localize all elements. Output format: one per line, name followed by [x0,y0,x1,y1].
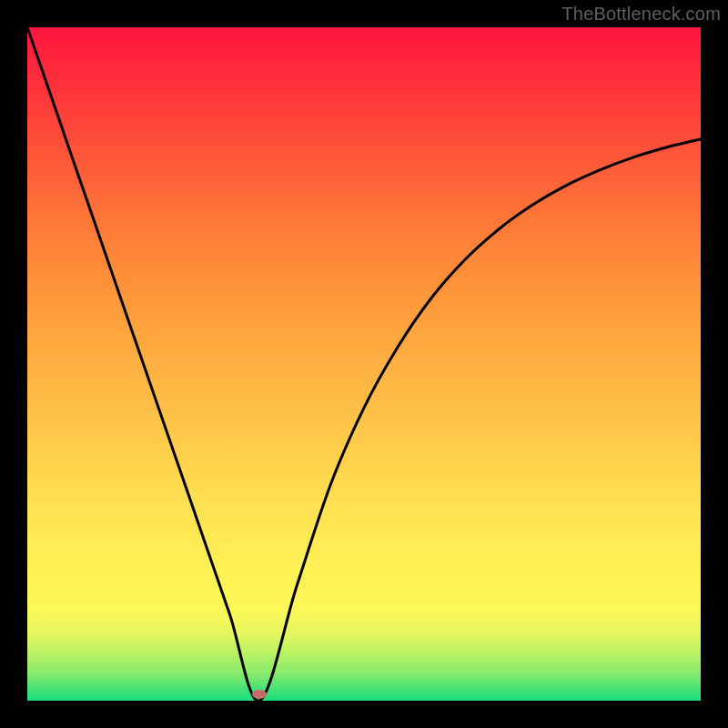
chart-frame [27,27,701,701]
watermark-text: TheBottleneck.com [561,4,721,25]
vertex-marker [252,690,267,699]
chart-curve-svg [27,27,701,701]
bottleneck-curve [27,27,701,701]
chart-plot-area [27,27,701,701]
